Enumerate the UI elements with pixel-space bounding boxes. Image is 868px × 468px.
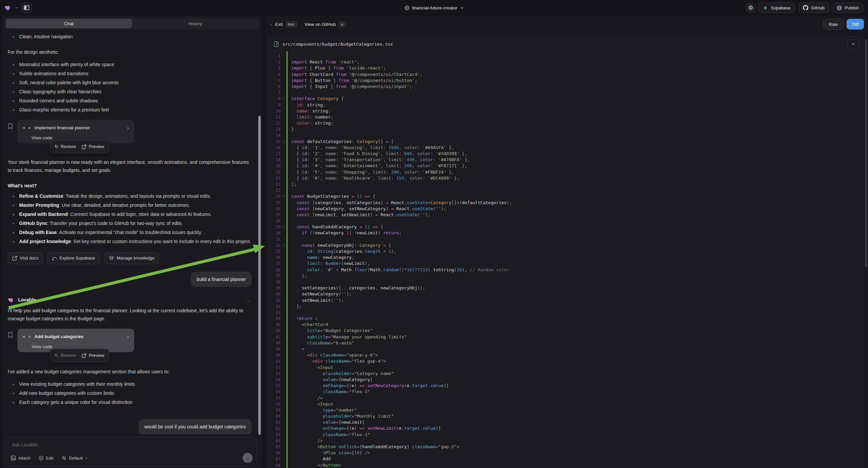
top-bar: financial-future-creator ⚙ Supabase GitH… [0,0,868,16]
code-line: 67 Add [269,456,864,462]
tab-history[interactable]: History [132,19,259,28]
preview-button[interactable]: Preview [82,143,104,151]
code-line: 8∨interface Category { [269,96,864,102]
version-card-block-1: < > Implement financial planner › View c… [8,120,252,153]
attach-button[interactable]: Attach [11,456,31,461]
chevron-right-icon[interactable]: › [127,124,129,132]
code-line: 29∨ const handleAddCategory = () => { [269,224,864,230]
collapse-file-button[interactable] [847,39,859,49]
code-editor[interactable]: 12import React from 'react';3import { Pl… [269,51,864,468]
code-scrollbar[interactable] [865,39,867,267]
restore-button[interactable]: ↻Restore [55,143,76,151]
user-message: would be cool if you could add budget ca… [138,419,252,434]
lovable-logo-icon[interactable] [4,4,12,11]
code-line: 65 <Button onClick={handleAddCategory} c… [269,444,864,450]
list-item: ●Add project knowledge: Set key context … [8,237,252,246]
code-line: 2import React from 'react'; [269,59,864,65]
code-line: 17 { id: '2', name: 'Food & Dining', lim… [269,151,864,157]
chat-history-tabs: Chat History [5,18,259,29]
quick-actions: Visit docs Explore Supabase Manage knowl… [8,252,252,264]
list-item: ●Refine & Customize: Tweak the design, a… [8,192,252,201]
sidebar-toggle-button[interactable] [21,2,32,13]
sliders-icon [61,456,66,461]
assistant-header: Lovable … [8,296,252,304]
esc-key-badge: ESC [285,21,297,28]
restore-preview-pill: ↻Restore Preview [50,349,109,362]
bookmark-icon[interactable] [8,332,13,362]
code-line: 14 [269,132,864,138]
code-line: 31 [269,236,864,242]
code-line: 10 name: string; [269,108,864,114]
code-line: 26 const [newCategory, setNewCategory] =… [269,206,864,212]
view-on-github-button[interactable]: View on GitHub G [305,21,346,28]
user-message: build a financial planner [191,272,252,287]
list-item: ●View existing budget categories with th… [8,380,252,389]
explore-supabase-button[interactable]: Explore Supabase [47,252,100,264]
code-line: 63 className="flex-1" [269,432,864,438]
chat-input[interactable] [11,442,163,448]
code-line: 6import { Input } from '@/components/ui/… [269,84,864,90]
code-line: 66 <Plus size={16} /> [269,450,864,456]
visit-docs-button[interactable]: Visit docs [8,252,43,264]
code-line: 53 placeholder="Category name" [269,371,864,377]
chat-scrollbar[interactable] [258,116,261,435]
file-card: src/components/budget/BudgetCategories.t… [269,36,864,468]
code-line: 20 { id: '5', name: 'Shopping', limit: 2… [269,169,864,175]
fold-chevron-icon: ∨ [280,96,286,102]
list-item: ●Rounded corners and subtle shadows [8,96,252,106]
manage-knowledge-button[interactable]: Manage knowledge [104,252,159,264]
code-line: 52 <Input [269,364,864,371]
exit-button[interactable]: Exit ESC [275,21,297,28]
restore-button[interactable]: ↻Restore [55,351,76,359]
diff-toggle-button[interactable]: Diff [846,19,864,30]
send-button[interactable]: ↑ [243,453,253,463]
code-line: 23 [269,187,864,194]
code-line: 11 limit: number; [269,114,864,120]
code-line: 51 <div className="flex gap-4"> [269,358,864,364]
logo-chevron-down-icon[interactable] [15,6,18,9]
list-item: ●Debug with Ease: Activate our experimen… [8,228,252,237]
project-switcher[interactable]: financial-future-creator [404,5,464,10]
file-bar[interactable]: src/components/budget/BudgetCategories.t… [269,37,864,52]
list-item: ●Clean, intuitive navigation [8,32,252,41]
back-chevron-icon[interactable]: ‹ [270,22,272,27]
model-selector[interactable]: Default [61,456,88,461]
supabase-button[interactable]: Supabase [758,2,795,13]
settings-button[interactable]: ⚙ [746,3,755,12]
code-line: 13} [269,126,864,132]
added-summary: I've added a new budget categories manag… [8,368,252,376]
composer: Attach Edit Default ↑ [5,437,257,466]
whats-next-heading: What's next? [8,182,252,190]
external-link-icon [82,145,86,149]
g-key-badge: G [339,21,346,28]
publish-button[interactable]: Publish [832,2,864,13]
code-line: 47 subtitle="Manage your spending limits… [269,334,864,340]
restore-icon: ↻ [55,351,58,359]
edit-mode-button[interactable]: Edit [39,456,53,461]
code-line: 32∨ const newCategoryObj: Category = { [269,242,864,248]
list-item: ●Each category gets a unique color for v… [8,398,252,407]
code-line: 12 color: string; [269,120,864,126]
code-header: ‹ Exit ESC View on GitHub G Raw Diff [265,16,868,33]
tab-chat[interactable]: Chat [6,19,132,28]
globe-icon [404,5,409,10]
code-line: 41 setNewLimit(''); [269,297,864,303]
list-item: ●Master Prompting: Use clear, detailed, … [8,201,252,210]
lovable-avatar [8,296,15,303]
preview-button[interactable]: Preview [82,351,104,359]
fold-chevron-icon: ∨ [280,139,286,145]
message-more-button[interactable]: … [246,296,252,304]
assistant-summary: Your sleek financial planner is now read… [8,158,252,174]
bookmark-icon[interactable] [8,123,13,153]
chevron-down-icon [85,457,88,460]
code-line: 55 onChange={(e) => setNewCategory(e.tar… [269,383,864,389]
code-line: 50 <div className="space-y-6"> [269,352,864,358]
code-panel: ‹ Exit ESC View on GitHub G Raw Diff src… [265,16,868,468]
chevron-right-icon[interactable]: › [127,333,129,341]
code-line: 39 setCategories([...categories, newCate… [269,285,864,291]
github-button[interactable]: GitHub [798,2,829,13]
raw-toggle-button[interactable]: Raw [823,19,843,30]
file-path: src/components/budget/BudgetCategories.t… [282,41,393,47]
code-line: 40 setNewCategory(''); [269,291,864,297]
file-plus-icon [274,41,279,47]
